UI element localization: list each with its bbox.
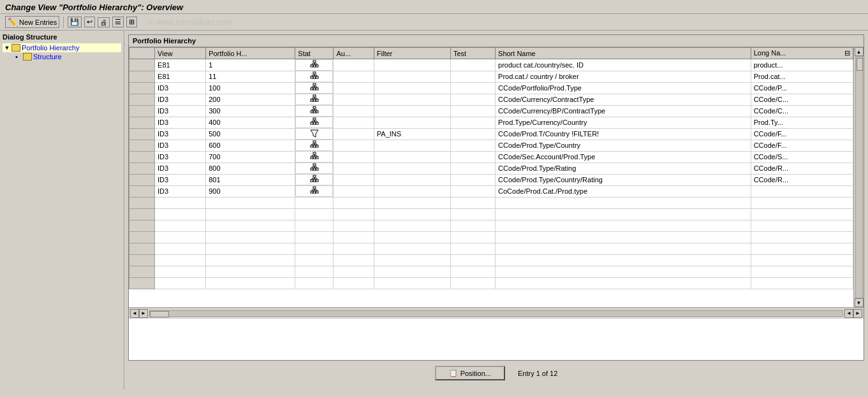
cell-portfolio-h: 900 [206, 185, 295, 198]
hierarchy-icon [310, 71, 319, 82]
cell-portfolio-h: 100 [206, 82, 295, 94]
save-icon: 💾 [70, 18, 79, 26]
row-number [129, 82, 155, 94]
svg-rect-80 [313, 168, 316, 170]
row-number [129, 185, 155, 198]
cell-filter: PA_INS [374, 128, 450, 140]
cell-view: ID3 [155, 174, 206, 185]
svg-rect-90 [316, 180, 318, 182]
cell-stat [295, 174, 333, 185]
grid-view-button[interactable]: ⊞ [126, 17, 137, 27]
cell-portfolio-h: 400 [206, 117, 295, 128]
table-row[interactable]: E811 product cat./country/sec. IDproduct… [129, 59, 853, 71]
hierarchy-icon [310, 175, 319, 185]
svg-rect-45 [313, 118, 316, 120]
table-row[interactable]: E8111 Prod.cat./ country / brokerProd.ca… [129, 71, 853, 82]
watermark: © www.tutorialkart.com [147, 17, 232, 27]
col-short-name[interactable]: Short Name [496, 48, 751, 59]
table-row[interactable]: ID3700 CCode/Sec.Account/Prod.TypeCCode/… [129, 151, 853, 162]
table-row[interactable]: ID3100 CCode/Portfolio/Prod.TypeCCode/P.… [129, 82, 853, 94]
col-stat[interactable]: Stat [295, 48, 334, 59]
cell-portfolio-h: 200 [206, 94, 295, 105]
tree-item-portfolio-hierarchy[interactable]: ▼ Portfolio Hierarchy [3, 43, 121, 52]
cell-long-name: CCode/F... [751, 128, 853, 140]
cell-filter [374, 94, 450, 105]
table-row[interactable]: ID3600 CCode/Prod.Type/CountryCCode/F... [129, 140, 853, 151]
table-row[interactable]: ID3801 CCode/Prod.Type/Country/RatingCCo… [129, 174, 853, 185]
cell-filter [374, 117, 450, 128]
scroll-left-arrow[interactable]: ◄ [130, 309, 139, 318]
scroll-right-arrow[interactable]: ► [139, 309, 148, 318]
cell-test [450, 162, 495, 174]
list-view-button[interactable]: ☰ [112, 17, 124, 27]
table-row[interactable]: ID3800 CCode/Prod.Type/RatingCCode/R... [129, 162, 853, 174]
scroll-down-arrow[interactable]: ▼ [855, 298, 864, 307]
position-button[interactable]: 📋 Position... [435, 366, 505, 380]
cell-short-name: CCode/Prod.Type/Rating [496, 162, 751, 174]
right-scrollbar: ▲ ▼ [853, 47, 864, 307]
col-portfolio-h[interactable]: Portfolio H... [206, 48, 295, 59]
svg-rect-51 [311, 122, 313, 124]
table-inner[interactable]: View Portfolio H... Stat Au... Filter Te… [129, 47, 853, 307]
svg-rect-18 [313, 83, 316, 85]
col-view[interactable]: View [155, 48, 206, 59]
table-section-title: Portfolio Hierarchy [129, 35, 864, 47]
svg-rect-64 [313, 152, 316, 154]
svg-rect-44 [316, 111, 318, 113]
cell-test [450, 105, 495, 117]
table-row[interactable]: ID3900 CoCode/Prod.Cat./Prod.type [129, 185, 853, 198]
cell-test [450, 140, 495, 151]
table-row[interactable]: ID3200 CCode/Currency/ContractTypeCCode/… [129, 94, 853, 105]
cell-view: ID3 [155, 82, 206, 94]
table-row[interactable]: ID3300 CCode/Currency/BP/ContractTypeCCo… [129, 105, 853, 117]
cell-long-name: CCode/P... [751, 82, 853, 94]
col-filter[interactable]: Filter [374, 48, 450, 59]
svg-rect-9 [313, 72, 316, 74]
cell-portfolio-h: 11 [206, 71, 295, 82]
cell-au [334, 71, 374, 82]
cell-au [334, 82, 374, 94]
svg-rect-33 [311, 99, 313, 101]
cell-stat [295, 162, 333, 174]
cell-filter [374, 174, 450, 185]
col-au[interactable]: Au... [334, 48, 374, 59]
col-long-name[interactable]: Long Na... ⊟ [751, 48, 853, 59]
svg-rect-34 [313, 99, 316, 101]
folder-icon-structure [23, 53, 32, 61]
cell-view: ID3 [155, 151, 206, 162]
scroll-thumb-vertical[interactable] [857, 58, 863, 71]
cell-test [450, 174, 495, 185]
svg-rect-71 [313, 157, 316, 159]
svg-rect-63 [316, 145, 318, 147]
cell-short-name: CCode/Prod.T/Country !FILTER! [496, 128, 751, 140]
svg-rect-52 [313, 122, 316, 124]
col-test[interactable]: Test [450, 48, 495, 59]
cell-long-name: CCode/C... [751, 94, 853, 105]
print-button[interactable]: 🖨 [98, 17, 110, 27]
scroll-right-arrow-2[interactable]: ► [853, 309, 862, 318]
hierarchy-icon [310, 163, 319, 173]
cell-long-name: Prod.Ty... [751, 117, 853, 128]
scroll-up-arrow[interactable]: ▲ [855, 47, 864, 56]
scroll-track-horizontal[interactable] [149, 310, 843, 317]
row-number [129, 105, 155, 117]
table-row-empty [129, 220, 853, 232]
svg-rect-7 [313, 65, 316, 67]
grid-icon: ⊞ [129, 18, 135, 26]
cell-short-name: CoCode/Prod.Cat./Prod.type [496, 185, 751, 198]
list-icon: ☰ [115, 18, 121, 26]
hierarchy-icon [310, 140, 319, 150]
tree-item-structure[interactable]: • Structure [3, 52, 121, 61]
table-row[interactable]: ID3500 PA_INSCCode/Prod.T/Country !FILTE… [129, 128, 853, 140]
new-entries-button[interactable]: ✏️ New Entries [5, 16, 59, 28]
save-button[interactable]: 💾 [68, 17, 82, 27]
undo-button[interactable]: ↩ [84, 17, 95, 27]
scroll-thumb-horizontal[interactable] [150, 311, 169, 317]
cell-short-name: Prod.Type/Currency/Country [496, 117, 751, 128]
cell-portfolio-h: 700 [206, 151, 295, 162]
cell-view: ID3 [155, 162, 206, 174]
table-outer: View Portfolio H... Stat Au... Filter Te… [129, 47, 864, 307]
cell-long-name [751, 185, 853, 198]
table-row[interactable]: ID3400 Prod.Type/Currency/CountryProd.Ty… [129, 117, 853, 128]
scroll-left-arrow-2[interactable]: ◄ [844, 309, 853, 318]
